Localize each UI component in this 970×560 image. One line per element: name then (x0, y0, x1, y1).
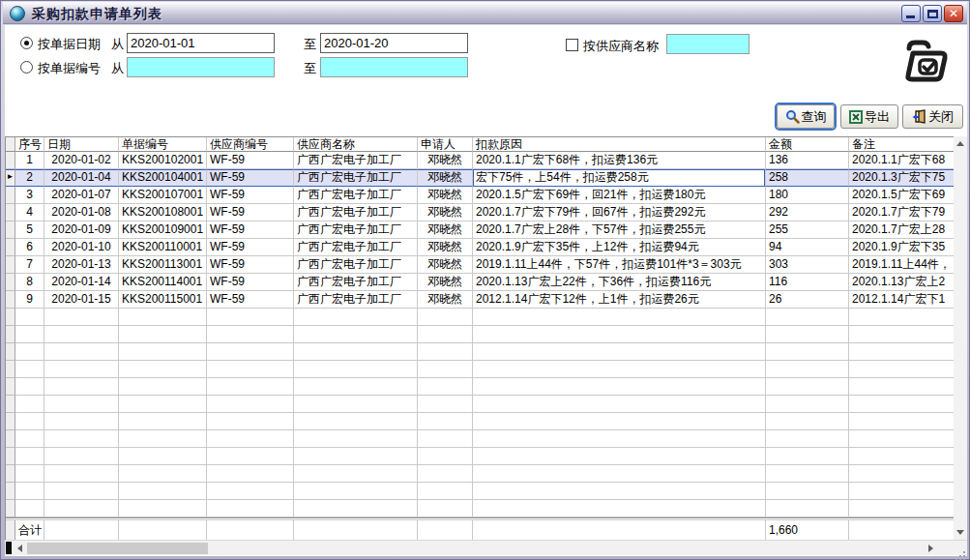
table-row[interactable]: 72020-01-13KKS200113001WF-59广西广宏电子加工厂邓晓然… (6, 256, 954, 274)
cell-remark[interactable]: 2020.1.7广宏上28 (849, 221, 954, 239)
cell-seq[interactable]: 7 (15, 256, 44, 274)
cell-remark[interactable]: 2020.1.3广宏下75 (849, 169, 954, 187)
cell-doc_no[interactable]: KKS200113001 (119, 256, 207, 274)
checkbox-by-supplier-name[interactable] (566, 39, 578, 51)
cell-reason[interactable]: 2020.1.5广宏下69件，回21件，扣运费180元 (473, 187, 766, 204)
cell-supplier_no[interactable]: WF-59 (207, 204, 294, 221)
cell-supplier_name[interactable]: 广西广宏电子加工厂 (294, 291, 418, 309)
radio-by-document-date[interactable] (20, 37, 33, 49)
cell-supplier_no[interactable]: WF-59 (207, 274, 294, 291)
row-selector[interactable] (6, 204, 15, 221)
cell-date[interactable]: 2020-01-13 (44, 256, 119, 274)
cell-supplier_name[interactable]: 广西广宏电子加工厂 (294, 169, 418, 187)
cell-doc_no[interactable]: KKS200115001 (119, 291, 207, 309)
scroll-down-button[interactable] (954, 525, 967, 540)
cell-amount[interactable]: 258 (766, 169, 849, 187)
cell-date[interactable]: 2020-01-09 (44, 221, 119, 239)
cell-remark[interactable]: 2020.1.7广宏下79 (849, 204, 954, 221)
column-header-date[interactable]: 日期 (44, 137, 119, 152)
table-row[interactable]: 32020-01-07KKS200107001WF-59广西广宏电子加工厂邓晓然… (6, 187, 954, 204)
cell-seq[interactable]: 3 (15, 187, 44, 204)
cell-remark[interactable]: 2019.1.11上44件， (849, 256, 954, 274)
scroll-right-button[interactable] (924, 541, 937, 555)
folder-check-icon[interactable] (902, 35, 949, 83)
splitter-handle[interactable] (6, 542, 12, 554)
cell-supplier_no[interactable]: WF-59 (207, 221, 294, 239)
cell-reason[interactable]: 2020.1.7广宏下79件，回67件，扣运费292元 (473, 204, 766, 221)
supplier-name-input[interactable] (666, 34, 750, 54)
title-bar[interactable]: 采购扣款申请单列表 ✕ (3, 2, 967, 24)
close-button[interactable]: 关闭 (902, 104, 963, 129)
cell-reason[interactable]: 2020.1.9广宏下35件，上12件，扣运费94元 (473, 239, 766, 256)
cell-remark[interactable]: 2020.1.5广宏下69 (849, 187, 954, 204)
cell-supplier_no[interactable]: WF-59 (207, 169, 294, 187)
cell-supplier_name[interactable]: 广西广宏电子加工厂 (294, 274, 418, 291)
cell-date[interactable]: 2020-01-07 (44, 187, 119, 204)
number-to-input[interactable] (320, 57, 468, 77)
cell-amount[interactable]: 255 (766, 221, 849, 239)
cell-reason[interactable]: 2020.1.13广宏上22件，下36件，扣运费116元 (473, 274, 766, 291)
cell-amount[interactable]: 292 (766, 204, 849, 221)
cell-doc_no[interactable]: KKS200104001 (119, 169, 207, 187)
resize-grip[interactable] (963, 551, 965, 553)
table-row[interactable]: 62020-01-10KKS200110001WF-59广西广宏电子加工厂邓晓然… (6, 239, 954, 256)
cell-reason[interactable]: 2020.1.1广宏下68件，扣运费136元 (473, 152, 766, 169)
cell-applicant[interactable]: 邓晓然 (418, 291, 473, 309)
cell-seq[interactable]: 8 (15, 274, 44, 291)
column-header-amount[interactable]: 金额 (766, 137, 849, 152)
column-header-seq[interactable]: 序号 (15, 137, 44, 152)
cell-remark[interactable]: 2012.1.14广宏下1 (849, 291, 954, 309)
cell-doc_no[interactable]: KKS200102001 (119, 152, 207, 169)
cell-supplier_name[interactable]: 广西广宏电子加工厂 (294, 204, 418, 221)
table-row[interactable]: ►22020-01-04KKS200104001WF-59广西广宏电子加工厂邓晓… (6, 169, 954, 187)
horizontal-scrollbar[interactable] (5, 540, 967, 555)
selector-header-cell[interactable] (6, 137, 15, 152)
row-selector[interactable] (6, 239, 15, 256)
cell-supplier_no[interactable]: WF-59 (207, 239, 294, 256)
cell-supplier_name[interactable]: 广西广宏电子加工厂 (294, 152, 418, 169)
column-header-supplier_no[interactable]: 供应商编号 (207, 137, 294, 152)
date-to-input[interactable] (320, 33, 468, 53)
table-row[interactable]: 52020-01-09KKS200109001WF-59广西广宏电子加工厂邓晓然… (6, 221, 954, 239)
cell-doc_no[interactable]: KKS200110001 (119, 239, 207, 256)
cell-amount[interactable]: 26 (766, 291, 849, 309)
cell-remark[interactable]: 2020.1.9广宏下35 (849, 239, 954, 256)
cell-date[interactable]: 2020-01-02 (44, 152, 119, 169)
query-button[interactable]: 查询 (777, 104, 835, 129)
maximize-button[interactable] (923, 5, 942, 22)
cell-applicant[interactable]: 邓晓然 (418, 221, 473, 239)
cell-seq[interactable]: 9 (15, 291, 44, 309)
column-header-applicant[interactable]: 申请人 (418, 137, 473, 152)
cell-amount[interactable]: 303 (766, 256, 849, 274)
cell-supplier_name[interactable]: 广西广宏电子加工厂 (294, 187, 418, 204)
row-selector[interactable] (6, 187, 15, 204)
number-from-input[interactable] (127, 57, 275, 77)
cell-supplier_name[interactable]: 广西广宏电子加工厂 (294, 239, 418, 256)
cell-applicant[interactable]: 邓晓然 (418, 187, 473, 204)
cell-applicant[interactable]: 邓晓然 (418, 256, 473, 274)
cell-amount[interactable]: 180 (766, 187, 849, 204)
cell-reason[interactable]: 2020.1.7广宏上28件，下57件，扣运费255元 (473, 221, 766, 239)
column-header-remark[interactable]: 备注 (849, 137, 954, 152)
cell-remark[interactable]: 2020.1.13广宏上2 (849, 274, 954, 291)
column-header-reason[interactable]: 扣款原因 (473, 137, 766, 152)
radio-by-document-number[interactable] (20, 61, 33, 74)
minimize-button[interactable] (901, 5, 921, 22)
scroll-up-button[interactable] (954, 136, 967, 151)
table-row[interactable]: 12020-01-02KKS200102001WF-59广西广宏电子加工厂邓晓然… (6, 152, 954, 169)
column-header-doc_no[interactable]: 单据编号 (119, 137, 207, 152)
cell-amount[interactable]: 94 (766, 239, 849, 256)
cell-doc_no[interactable]: KKS200108001 (119, 204, 207, 221)
cell-reason[interactable]: 宏下75件，上54件，扣运费258元 (473, 169, 766, 187)
cell-date[interactable]: 2020-01-04 (44, 169, 119, 187)
cell-reason[interactable]: 2012.1.14广宏下12件，上1件，扣运费26元 (473, 291, 766, 309)
row-selector[interactable] (6, 256, 15, 274)
cell-doc_no[interactable]: KKS200114001 (119, 274, 207, 291)
row-selector[interactable] (6, 274, 15, 291)
cell-applicant[interactable]: 邓晓然 (418, 274, 473, 291)
cell-supplier_no[interactable]: WF-59 (207, 291, 294, 309)
cell-supplier_no[interactable]: WF-59 (207, 256, 294, 274)
close-window-button[interactable]: ✕ (944, 5, 963, 22)
cell-applicant[interactable]: 邓晓然 (418, 169, 473, 187)
cell-supplier_name[interactable]: 广西广宏电子加工厂 (294, 221, 418, 239)
